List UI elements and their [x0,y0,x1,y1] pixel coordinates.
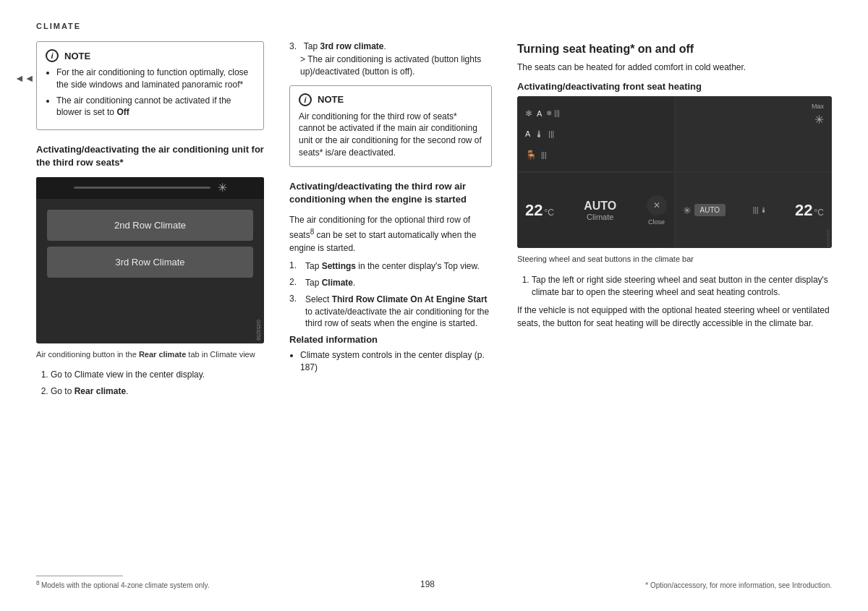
body-text-2: The air conditioning for the optional th… [289,213,492,255]
temp-right-value: 22 [795,201,812,220]
slider-line [74,187,210,189]
cb-row-3: 🪑 ||| [525,150,547,161]
column-1: i NOTE For the air conditioning to funct… [36,41,282,597]
steps-1: Go to Climate view in the center display… [36,369,264,398]
note-body-1: For the air conditioning to function opt… [46,67,255,119]
fan-icon: ✳ [218,181,227,195]
note-header-1: i NOTE [46,49,255,62]
step-3-1: Tap the left or right side steering whee… [532,274,832,299]
car-ui-top-bar: ✳ [36,177,264,199]
steps-3: Tap the left or right side steering whee… [517,274,832,299]
main-body: The seats can be heated for added comfor… [517,61,832,74]
cb-cell-bottom-left: 22 °C AUTO Climate ✕ Close [517,172,675,248]
cb-row-1: ❄ A ❄ ||| [525,108,560,119]
cb-row-2: A 🌡 ||| [525,129,554,140]
content-area: i NOTE For the air conditioning to funct… [36,41,832,597]
footer: 8 Models with the optional 4-zone climat… [36,576,832,589]
page: CLIMATE ◄◄ i NOTE For the air conditioni… [0,0,868,611]
auto-block: AUTO Climate [584,200,616,221]
note-box-1: i NOTE For the air conditioning to funct… [36,41,264,130]
col2-step-3: 3. Select Third Row Climate On At Engine… [289,294,492,330]
close-label: Close [648,218,665,226]
col2-step-2: 2. Tap Climate. [289,277,492,289]
auto-sub: Climate [584,213,616,221]
note-item-1: For the air conditioning to function opt… [56,67,255,91]
footnote-section: 8 Models with the optional 4-zone climat… [36,576,210,589]
page-title: CLIMATE [36,22,832,30]
info-icon-1: i [46,49,59,62]
step-1-1: Go to Climate view in the center display… [51,369,264,381]
main-heading: Turning seat heating* on and off [517,41,832,57]
temp-left-value: 22 [525,201,542,220]
close-block: ✕ Close [647,195,667,226]
col2-step-1: 1. Tap Settings in the center display's … [289,260,492,273]
climate-bar-image: ❄ A ❄ ||| A 🌡 ||| 🪑 ||| [517,96,832,248]
step-1-2: Go to Rear climate. [51,385,264,398]
defrost-icon: ❄ [525,108,532,119]
column-3: Turning seat heating* on and off The sea… [506,41,832,597]
temp-left-display: 22 °C [525,201,554,220]
steps-2: 1. Tap Settings in the center display's … [289,260,492,330]
close-button[interactable]: ✕ [647,195,667,215]
column-2: 3. Tap 3rd row climate. The air conditio… [282,41,506,597]
note-box-2: i NOTE Air conditioning for the third ro… [289,85,492,167]
cb-cell-bottom-right: ✳ AUTO ||| 🌡 22 °C [675,172,833,248]
car-ui-image: ✳ 2nd Row Climate 3rd Row Climate G05325… [36,177,264,343]
page-number: 198 [420,579,435,589]
step-3-result: The air conditioning is activated (butto… [289,54,492,78]
cb-cell-top-left: ❄ A ❄ ||| A 🌡 ||| 🪑 ||| [517,96,675,172]
note-text-2: Air conditioning for the third row of se… [299,111,482,159]
climate-bar-caption: Steering wheel and seat buttons in the c… [517,254,832,265]
back-arrows: ◄◄ [14,72,35,84]
note-label-2: NOTE [318,94,344,105]
2nd-row-climate-btn[interactable]: 2nd Row Climate [47,210,253,241]
buttons-area: 2nd Row Climate 3rd Row Climate [36,199,264,285]
related-info: Related information Climate system contr… [289,334,492,374]
climate-bold: Climate [322,278,353,288]
top-right-icons: Max ✳ [812,103,824,127]
image-code-1: G053258 [256,320,261,341]
footnote-content: Models with the optional 4-zone climate … [41,581,210,589]
info-icon-2: i [299,93,312,106]
note-header-2: i NOTE [299,93,482,106]
step-num-3: 3. Tap 3rd row climate. [289,41,492,51]
fan-icon-right: ✳ [814,113,824,127]
section-heading-1: Activating/deactivating the air conditio… [36,143,264,169]
seat-heat-block: ||| 🌡 [753,206,768,214]
temp-left-unit: °C [544,208,553,218]
3rd-row-climate-btn[interactable]: 3rd Row Climate [47,247,253,278]
auto-label: AUTO [584,200,616,213]
auto-button[interactable]: AUTO [694,204,726,216]
footnote-divider [36,576,123,576]
body-text-3: If the vehicle is not equipped with the … [517,304,832,330]
note-label-1: NOTE [64,51,90,61]
rear-climate-bold: Rear climate [75,386,126,396]
third-row-climate-bold: Third Row Climate On At Engine Start [332,294,488,304]
caption-1: Air conditioning button in the Rear clim… [36,349,264,360]
3rd-row-bold: 3rd row climate [320,41,383,51]
off-bold: Off [116,107,129,117]
section-heading-2: Activating/deactivating the third row ai… [289,180,492,206]
footnote-num: 8 [36,579,41,586]
sub-heading: Activating/deactivating front seat heati… [517,81,832,92]
temp-right-unit: °C [814,208,824,218]
cb-cell-top-right: Max ✳ [675,96,833,172]
right-footer: * Option/accessory, for more information… [645,581,832,589]
note-item-2: The air conditioning cannot be activated… [56,95,255,119]
tap-step-3: 3. Tap 3rd row climate. The air conditio… [289,41,492,78]
fan-auto-block: ✳ AUTO [683,204,726,216]
related-item-1: Climate system controls in the center di… [300,349,492,374]
image-code-3: G003104 [826,229,830,247]
temp-right-display: 22 °C [795,201,824,220]
caption-bold-1: Rear climate [139,350,186,359]
related-heading: Related information [289,334,492,345]
fan-icon-bottom: ✳ [683,205,692,216]
footnote-text: 8 Models with the optional 4-zone climat… [36,579,210,589]
max-label: Max [812,103,824,110]
note-body-2: Air conditioning for the third row of se… [299,111,482,159]
settings-bold: Settings [322,261,356,271]
